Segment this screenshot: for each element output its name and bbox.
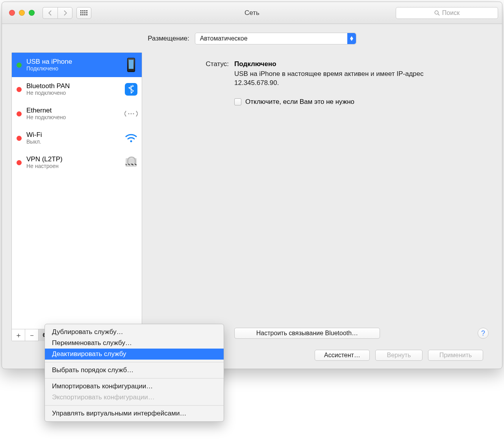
service-text: USB на iPhone Подключено (26, 58, 124, 72)
service-name: Ethernet (26, 107, 124, 114)
location-label: Размещение: (148, 35, 189, 42)
minimize-window-button[interactable] (19, 10, 25, 16)
apply-button[interactable]: Применить (428, 350, 483, 361)
disable-checkbox-label: Отключите, если Вам это не нужно (245, 98, 354, 106)
service-item-vpn[interactable]: VPN (L2TP) Не настроен (12, 150, 142, 175)
service-item-ethernet[interactable]: Ethernet Не подключено (12, 102, 142, 126)
lock-icon (124, 155, 138, 170)
menu-export-config: Экспортировать конфигурации… (45, 392, 224, 403)
status-value: Подключено (234, 60, 276, 68)
service-name: VPN (L2TP) (26, 156, 124, 163)
service-status: Выкл. (26, 138, 124, 145)
back-button[interactable] (43, 7, 57, 19)
service-item-usb-iphone[interactable]: USB на iPhone Подключено (12, 53, 142, 77)
titlebar: Сеть Поиск (2, 2, 502, 24)
location-value: Автоматическое (200, 35, 248, 42)
body-row: USB на iPhone Подключено Bluetooth PAN Н… (11, 52, 493, 341)
menu-duplicate-service[interactable]: Дублировать службу… (45, 327, 224, 338)
show-all-prefs-button[interactable] (76, 7, 91, 19)
menu-set-service-order[interactable]: Выбрать порядок служб… (45, 365, 224, 376)
nav-group (43, 7, 72, 19)
menu-rename-service[interactable]: Переименовать службу… (45, 338, 224, 349)
bluetooth-icon (124, 81, 138, 97)
service-status: Не настроен (26, 163, 124, 169)
revert-button[interactable]: Вернуть (375, 350, 422, 361)
search-icon (434, 10, 440, 16)
grid-icon (80, 10, 87, 15)
wifi-icon (124, 130, 138, 146)
svg-point-4 (133, 113, 134, 114)
assistant-button[interactable]: Ассистент… (315, 350, 370, 361)
search-placeholder: Поиск (442, 9, 460, 17)
status-dot-icon (17, 160, 22, 165)
iphone-icon (124, 57, 138, 73)
location-row: Размещение: Автоматическое (11, 33, 493, 44)
disable-checkbox-row: Отключите, если Вам это не нужно (150, 98, 489, 106)
detail-pane: Статус: Подключено USB на iPhone в насто… (150, 52, 493, 341)
service-text: VPN (L2TP) Не настроен (26, 156, 124, 170)
service-item-wifi[interactable]: Wi-Fi Выкл. (12, 126, 142, 150)
gear-dropdown-menu: Дублировать службу… Переименовать службу… (44, 324, 224, 422)
service-list[interactable]: USB на iPhone Подключено Bluetooth PAN Н… (12, 53, 142, 329)
traffic-lights (9, 10, 35, 16)
svg-point-0 (435, 11, 438, 14)
help-button[interactable]: ? (478, 328, 489, 339)
status-row: Статус: Подключено USB на iPhone в насто… (150, 60, 489, 88)
service-name: USB на iPhone (26, 58, 124, 66)
service-name: Wi-Fi (26, 131, 124, 139)
zoom-window-button[interactable] (29, 10, 35, 16)
add-service-button[interactable]: ＋ (12, 329, 25, 341)
svg-line-1 (438, 14, 439, 15)
network-prefs-window: Сеть Поиск Размещение: Автоматическое (2, 2, 502, 369)
ethernet-icon (124, 106, 138, 122)
service-item-bluetooth-pan[interactable]: Bluetooth PAN Не подключено (12, 77, 142, 102)
service-text: Ethernet Не подключено (26, 107, 124, 121)
service-name: Bluetooth PAN (26, 83, 124, 90)
menu-separator (45, 378, 224, 378)
location-popup[interactable]: Автоматическое (195, 33, 356, 44)
menu-separator (45, 362, 224, 362)
status-dot-icon (17, 111, 22, 116)
close-window-button[interactable] (9, 10, 15, 16)
menu-separator (45, 405, 224, 406)
svg-point-3 (130, 113, 132, 114)
service-status: Не подключено (26, 90, 124, 96)
content-area: Размещение: Автоматическое USB на iPhone… (2, 24, 502, 369)
status-label: Статус: (201, 60, 229, 88)
service-text: Wi-Fi Выкл. (26, 131, 124, 145)
service-sidebar: USB на iPhone Подключено Bluetooth PAN Н… (11, 52, 142, 341)
disable-checkbox[interactable] (234, 98, 241, 105)
service-status: Подключено (26, 65, 124, 72)
svg-point-5 (130, 140, 132, 142)
menu-deactivate-service[interactable]: Деактивировать службу (45, 349, 224, 360)
service-status: Не подключено (26, 114, 124, 120)
menu-manage-virtual-interfaces[interactable]: Управлять виртуальными интерфейсами… (45, 408, 224, 419)
status-dot-icon (17, 87, 22, 92)
search-input[interactable]: Поиск (396, 7, 498, 19)
svg-point-2 (128, 113, 129, 114)
status-dot-icon (17, 63, 22, 68)
service-text: Bluetooth PAN Не подключено (26, 83, 124, 96)
menu-import-config[interactable]: Импортировать конфигурации… (45, 381, 224, 392)
configure-bluetooth-button[interactable]: Настроить связывание Bluetooth… (234, 328, 380, 339)
remove-service-button[interactable]: － (25, 329, 39, 341)
forward-button[interactable] (57, 7, 72, 19)
status-dot-icon (17, 136, 22, 141)
status-description: USB на iPhone в настоящее время активен … (234, 70, 455, 88)
chevron-up-down-icon (347, 33, 356, 44)
